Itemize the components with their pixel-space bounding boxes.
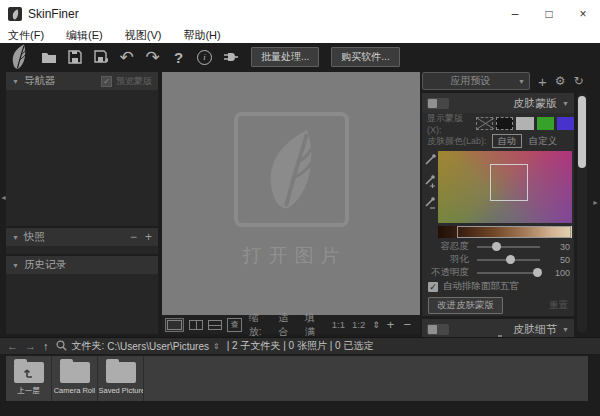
improve-skin-mask-button[interactable]: 改进皮肤蒙版 xyxy=(428,297,503,314)
split-horizontal-view-button[interactable] xyxy=(208,320,222,330)
lab-color-gradient[interactable] xyxy=(438,151,572,223)
zoom-1-2-button[interactable]: 1:2 xyxy=(352,319,365,330)
apply-preset-dropdown[interactable]: 应用预设 ▼ xyxy=(422,72,530,90)
right-panel-scrollbar[interactable] xyxy=(577,93,587,333)
app-logo-leaf-icon xyxy=(7,44,31,70)
menu-view[interactable]: 视图(V) xyxy=(123,28,164,43)
open-image-label[interactable]: 打开图片 xyxy=(236,243,347,269)
preview-mask-checkbox[interactable]: ✓ xyxy=(101,76,112,87)
preview-mask-label: 预览蒙版 xyxy=(116,75,152,88)
reset-button[interactable]: 重置 xyxy=(549,299,568,312)
zoom-fill-button[interactable]: 填满 xyxy=(305,311,324,339)
menu-edit[interactable]: 编辑(E) xyxy=(64,28,105,43)
open-image-placeholder[interactable] xyxy=(234,112,349,227)
zoom-fit-button[interactable]: 适合 xyxy=(278,311,297,339)
show-mask-label: 显示蒙版(X): xyxy=(427,112,473,135)
app-icon xyxy=(8,7,22,21)
split-vertical-view-button[interactable] xyxy=(189,320,203,330)
folder-spinner[interactable]: ⇕ xyxy=(213,342,220,351)
help-icon[interactable]: ? xyxy=(170,49,187,66)
mask-purple-swatch[interactable] xyxy=(557,117,574,130)
custom-label[interactable]: 自定义 xyxy=(529,135,558,148)
snapshot-title: 快照 xyxy=(24,230,45,244)
save-icon[interactable] xyxy=(66,49,83,66)
folder-up-item[interactable]: 上一层 xyxy=(6,356,52,401)
menu-bar: 文件(F) 编辑(E) 视图(V) 帮助(H) xyxy=(0,28,600,43)
leaf-icon xyxy=(11,9,20,20)
luminance-gradient-bar[interactable] xyxy=(438,226,572,238)
forward-icon[interactable]: → xyxy=(25,340,36,352)
minimize-button[interactable]: – xyxy=(498,0,532,28)
image-canvas[interactable]: 打开图片 xyxy=(162,72,420,315)
expand-right-panel-arrow[interactable]: ► xyxy=(592,199,599,206)
feather-value: 50 xyxy=(548,255,570,265)
compare-view-button[interactable]: 查 xyxy=(227,318,241,332)
history-content xyxy=(6,274,158,334)
collapse-icon: ▼ xyxy=(562,100,569,107)
close-button[interactable]: × xyxy=(566,0,600,28)
back-icon[interactable]: ← xyxy=(7,340,18,352)
up-folder-icon[interactable]: ↑ xyxy=(43,340,49,352)
preset-refresh-icon[interactable]: ↻ xyxy=(574,75,584,87)
folder-path[interactable]: C:\Users\User\Pictures xyxy=(107,341,209,352)
history-header[interactable]: ▼ 历史记录 xyxy=(6,256,158,274)
opacity-slider-row: 不透明度 100 xyxy=(422,266,574,279)
right-panel: 应用预设 ▼ + ⚙ ↻ 皮肤蒙版 ▼ 显示蒙版(X): xyxy=(422,72,588,334)
feather-slider[interactable] xyxy=(477,259,540,261)
skin-mask-header[interactable]: 皮肤蒙版 ▼ xyxy=(422,93,574,113)
navigator-title: 导航器 xyxy=(24,74,56,88)
menu-file[interactable]: 文件(F) xyxy=(6,28,46,43)
maximize-button[interactable]: □ xyxy=(532,0,566,28)
skin-detail-title: 皮肤细节 xyxy=(513,322,557,337)
opacity-slider[interactable] xyxy=(477,272,540,274)
color-picker-area xyxy=(422,151,574,223)
exclude-features-label: 自动排除面部五官 xyxy=(443,280,519,293)
search-icon[interactable] xyxy=(56,340,67,353)
folder-icon xyxy=(60,362,90,383)
folder-saved-pictures-item[interactable]: Saved Pictures xyxy=(98,356,144,401)
zoom-in-button[interactable]: + xyxy=(387,317,395,332)
eyedropper-icon[interactable] xyxy=(424,153,437,166)
folder-label: 上一层 xyxy=(17,386,40,396)
navigator-header[interactable]: ▼ 导航器 ✓ 预览蒙版 xyxy=(6,72,158,90)
single-view-button[interactable] xyxy=(165,318,184,332)
mask-black-swatch[interactable] xyxy=(496,117,513,130)
save-as-icon[interactable] xyxy=(92,49,109,66)
luminance-range-selection[interactable] xyxy=(457,226,571,238)
snapshot-header[interactable]: ▼ 快照 − + xyxy=(6,228,158,246)
folder-camera-roll-item[interactable]: Camera Roll xyxy=(52,356,98,401)
navigator-content xyxy=(6,90,158,226)
eyedropper-remove-icon[interactable] xyxy=(424,197,437,210)
preset-settings-icon[interactable]: ⚙ xyxy=(555,75,566,87)
left-panel: ▼ 导航器 ✓ 预览蒙版 ▼ 快照 − + ▼ 历史记录 xyxy=(6,72,158,334)
folder-icon xyxy=(106,362,136,383)
tolerance-slider[interactable] xyxy=(477,246,540,248)
folder-label: Saved Pictures xyxy=(99,386,143,395)
zoom-1-1-button[interactable]: 1:1 xyxy=(332,319,345,330)
skin-mask-toggle[interactable] xyxy=(427,98,449,109)
skin-detail-toggle[interactable] xyxy=(427,324,449,335)
color-selection-square[interactable] xyxy=(490,164,528,201)
snapshot-add-button[interactable]: + xyxy=(145,230,152,244)
feather-label: 羽化 xyxy=(427,253,469,266)
snapshot-remove-button[interactable]: − xyxy=(130,230,137,244)
mask-none-swatch[interactable] xyxy=(476,117,493,130)
mask-gray-swatch[interactable] xyxy=(516,117,533,130)
window-title: SkinFiner xyxy=(28,7,79,21)
mask-green-swatch[interactable] xyxy=(537,117,554,130)
redo-icon[interactable]: ↷ xyxy=(144,49,161,66)
undo-icon[interactable]: ↶ xyxy=(118,49,135,66)
eyedropper-add-icon[interactable] xyxy=(424,175,437,188)
zoom-out-button[interactable]: − xyxy=(403,317,411,332)
zoom-spinner[interactable]: ⇕ xyxy=(372,320,380,330)
open-folder-icon[interactable] xyxy=(40,49,57,66)
buy-software-button[interactable]: 购买软件... xyxy=(331,47,399,67)
batch-process-button[interactable]: 批量处理... xyxy=(251,47,319,67)
menu-help[interactable]: 帮助(H) xyxy=(181,28,222,43)
exclude-features-checkbox[interactable]: ✓ xyxy=(428,282,438,292)
auto-button[interactable]: 自动 xyxy=(492,134,522,148)
add-preset-button[interactable]: + xyxy=(538,74,547,89)
plugin-icon[interactable] xyxy=(222,49,239,66)
info-icon[interactable]: i xyxy=(196,49,213,66)
scrollbar-thumb[interactable] xyxy=(578,96,586,168)
